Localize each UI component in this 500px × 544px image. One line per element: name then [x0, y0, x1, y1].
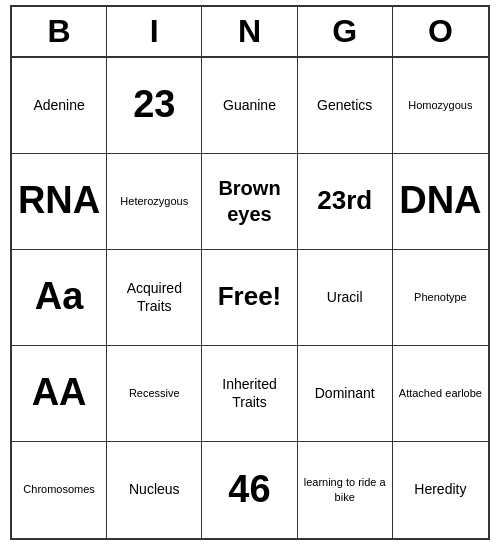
bingo-cell-4: Homozygous [393, 58, 488, 154]
cell-text-22: 46 [228, 465, 270, 514]
cell-text-21: Nucleus [129, 480, 180, 498]
cell-text-4: Homozygous [408, 98, 472, 112]
bingo-cell-2: Guanine [202, 58, 297, 154]
bingo-cell-12: Free! [202, 250, 297, 346]
bingo-cell-11: Acquired Traits [107, 250, 202, 346]
bingo-cell-5: RNA [12, 154, 107, 250]
bingo-cell-24: Heredity [393, 442, 488, 538]
bingo-cell-18: Dominant [298, 346, 393, 442]
cell-text-5: RNA [18, 176, 100, 225]
header-cell-g: G [298, 7, 393, 56]
bingo-cell-13: Uracil [298, 250, 393, 346]
cell-text-15: AA [32, 368, 87, 417]
cell-text-17: Inherited Traits [206, 375, 292, 411]
bingo-card: BINGO Adenine23GuanineGeneticsHomozygous… [10, 5, 490, 540]
cell-text-12: Free! [218, 280, 282, 314]
bingo-grid: Adenine23GuanineGeneticsHomozygousRNAHet… [12, 58, 488, 538]
bingo-cell-9: DNA [393, 154, 488, 250]
bingo-cell-16: Recessive [107, 346, 202, 442]
bingo-cell-6: Heterozygous [107, 154, 202, 250]
cell-text-9: DNA [399, 176, 481, 225]
bingo-cell-19: Attached earlobe [393, 346, 488, 442]
bingo-header: BINGO [12, 7, 488, 58]
cell-text-0: Adenine [33, 96, 84, 114]
bingo-cell-14: Phenotype [393, 250, 488, 346]
cell-text-2: Guanine [223, 96, 276, 114]
cell-text-3: Genetics [317, 96, 372, 114]
bingo-cell-23: learning to ride a bike [298, 442, 393, 538]
cell-text-8: 23rd [317, 184, 372, 218]
bingo-cell-10: Aa [12, 250, 107, 346]
bingo-cell-1: 23 [107, 58, 202, 154]
cell-text-13: Uracil [327, 288, 363, 306]
bingo-cell-17: Inherited Traits [202, 346, 297, 442]
bingo-cell-8: 23rd [298, 154, 393, 250]
cell-text-7: Brown eyes [206, 175, 292, 227]
cell-text-19: Attached earlobe [399, 386, 482, 400]
bingo-cell-7: Brown eyes [202, 154, 297, 250]
cell-text-11: Acquired Traits [111, 279, 197, 315]
bingo-cell-15: AA [12, 346, 107, 442]
bingo-cell-3: Genetics [298, 58, 393, 154]
header-cell-n: N [202, 7, 297, 56]
cell-text-14: Phenotype [414, 290, 467, 304]
cell-text-10: Aa [35, 272, 84, 321]
cell-text-23: learning to ride a bike [302, 475, 388, 504]
header-cell-b: B [12, 7, 107, 56]
bingo-cell-21: Nucleus [107, 442, 202, 538]
cell-text-24: Heredity [414, 480, 466, 498]
cell-text-6: Heterozygous [120, 194, 188, 208]
header-cell-i: I [107, 7, 202, 56]
bingo-cell-22: 46 [202, 442, 297, 538]
cell-text-18: Dominant [315, 384, 375, 402]
cell-text-16: Recessive [129, 386, 180, 400]
cell-text-1: 23 [133, 80, 175, 129]
header-cell-o: O [393, 7, 488, 56]
cell-text-20: Chromosomes [23, 482, 95, 496]
bingo-cell-20: Chromosomes [12, 442, 107, 538]
bingo-cell-0: Adenine [12, 58, 107, 154]
